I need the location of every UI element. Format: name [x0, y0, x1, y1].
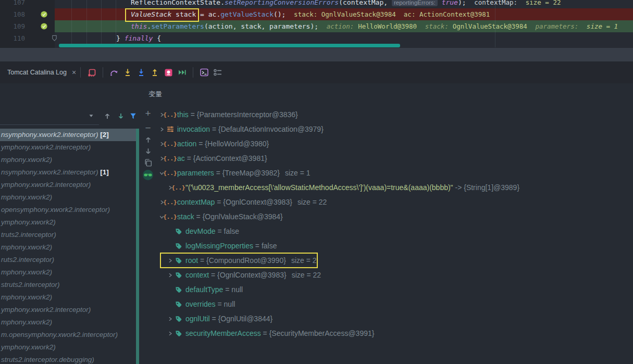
variable-value: {String[1]@3989} [464, 183, 519, 192]
stack-frame-row[interactable]: mphony.xwork2) [0, 266, 136, 279]
stack-frame-row[interactable]: ymphony.xwork2.interceptor) [0, 179, 136, 191]
code-token: action: [327, 22, 354, 30]
variable-row-defaultType[interactable]: defaultType = null [166, 282, 243, 297]
stack-frame-row[interactable]: opensymphony.xwork2.interceptor) [0, 204, 136, 216]
line-number-109: 109 [7, 20, 25, 32]
variable-row-logMissingProperties[interactable]: logMissingProperties = false [166, 239, 277, 253]
breakpoint-verified-icon[interactable] [40, 22, 48, 32]
variable-row-ac[interactable]: {..}ac = {ActionContext@3981} [158, 151, 267, 166]
variable-row-map-key[interactable]: {..}"('\u0023_memberAccess[\'allowStatic… [166, 180, 519, 195]
frame-text: struts2.interceptor) [1, 281, 60, 288]
layout-settings-icon[interactable] [213, 68, 222, 77]
code-token: OgnlValueStack@3984 [453, 22, 527, 30]
variable-row-devMode[interactable]: devMode = false [166, 224, 239, 239]
object-braces-icon: {..} [163, 141, 177, 147]
tab-tomcat-catalina-log[interactable]: Tomcat Catalina Log [7, 69, 67, 76]
code-token: true [442, 0, 458, 6]
code-line-109: this.setParameters(action, stack, parame… [131, 20, 618, 32]
stack-frame-row[interactable]: nsymphony.xwork2.interceptor) [1] [0, 166, 136, 179]
code-token [527, 22, 536, 30]
show-execution-point-icon[interactable] [87, 68, 96, 77]
variable-row-action[interactable]: {..}action = {HelloWorld@3980} [158, 136, 269, 151]
object-braces-icon: {..} [163, 111, 177, 118]
progress-bar [59, 44, 400, 47]
chevron-right-icon[interactable] [166, 330, 173, 337]
stack-frame-row[interactable]: truts2.interceptor) [0, 229, 136, 241]
stack-frame-row[interactable]: nsymphony.xwork2.interceptor) [2] [0, 129, 136, 141]
stack-frame-row[interactable]: mphony.xwork2) [0, 316, 136, 329]
code-token: size = 1 [587, 22, 618, 30]
frame-text: m.opensymphony.xwork2.interceptor) [1, 331, 118, 338]
thread-dropdown-icon[interactable] [88, 112, 96, 120]
variable-value: {SecurityMemberAccess@3991} [269, 329, 375, 337]
step-out-icon[interactable] [150, 68, 159, 77]
force-step-into-icon[interactable] [136, 68, 146, 77]
frame-count-badge: [1] [100, 168, 109, 176]
frame-up-icon[interactable] [103, 112, 111, 120]
variable-row-stack[interactable]: {..}stack = {OgnlValueStack@3984} [158, 209, 283, 224]
code-token: size = 22 [526, 0, 561, 6]
stack-frame-row[interactable]: mphony.xwork2) [0, 191, 136, 204]
variable-value: false [262, 242, 277, 250]
code-token: (); [274, 10, 286, 18]
step-over-icon[interactable] [109, 68, 119, 77]
run-to-cursor-icon[interactable] [177, 68, 187, 77]
size-text: size = 22 [297, 198, 327, 206]
copy-value-icon[interactable] [142, 156, 154, 169]
close-icon[interactable]: × [72, 69, 76, 76]
variable-value: {OgnlContext@3983} [217, 271, 287, 279]
variable-row-context[interactable]: context = {OgnlContext@3983}size = 22 [166, 268, 321, 282]
variable-row-securityMemberAccess[interactable]: securityMemberAccess = {SecurityMemberAc… [166, 326, 374, 341]
stack-frame-row[interactable]: mphony.xwork2) [0, 154, 136, 166]
stack-frame-row[interactable]: mphony.xwork2) [0, 241, 136, 254]
code-token [417, 22, 425, 30]
frame-text: ymphony.xwork2) [1, 218, 56, 226]
remove-watch-button[interactable]: − [142, 122, 154, 134]
code-token [517, 0, 526, 6]
filter-icon[interactable] [129, 112, 138, 120]
tag-icon [175, 228, 182, 235]
equals-text: = [216, 227, 224, 235]
stack-frame-row[interactable]: m.opensymphony.xwork2.interceptor) [0, 329, 136, 341]
frames-scrollbar[interactable] [136, 129, 139, 364]
equals-text: = [210, 315, 218, 323]
variable-row-parameters[interactable]: {..}parameters = {TreeMap@3982}size = 1 [158, 166, 311, 180]
line-number-108: 108 [7, 8, 25, 20]
move-watch-down-icon[interactable] [142, 145, 154, 157]
fold-marker-icon[interactable] [51, 34, 58, 44]
variable-row-overrides[interactable]: overrides = null [166, 297, 235, 311]
breakpoint-verified-icon[interactable] [40, 10, 48, 20]
variable-row-this[interactable]: {..}this = {ParametersInterceptor@3836} [158, 107, 298, 122]
stack-frame-row[interactable]: struts2.interceptor.debugging) [0, 354, 136, 364]
tag-icon [175, 315, 182, 323]
view-breakpoints-icon[interactable] [164, 68, 173, 77]
frame-text: ruts2.interceptor) [1, 256, 54, 263]
variable-name: stack [177, 212, 194, 221]
frames-toolbar-divider [0, 124, 99, 125]
evaluate-glasses-icon[interactable] [142, 169, 154, 181]
chevron-right-icon[interactable] [166, 315, 173, 322]
code-token: (action, stack, parameters); [204, 22, 318, 30]
stack-frame-row[interactable]: mphony.xwork2) [0, 291, 136, 304]
chevron-right-icon[interactable] [158, 125, 165, 133]
add-watch-button[interactable]: + [142, 107, 154, 120]
stack-frame-row[interactable]: ruts2.interceptor) [0, 254, 136, 266]
variable-name: devMode [185, 227, 216, 235]
variable-row-invocation[interactable]: invocation = {DefaultActionInvocation@39… [158, 122, 324, 136]
debug-console-icon[interactable] [200, 68, 209, 77]
stack-frame-row[interactable]: ymphony.xwork2) [0, 341, 136, 354]
move-watch-up-icon[interactable] [142, 133, 154, 146]
variable-row-ognlUtil[interactable]: ognlUtil = {OgnlUtil@3844} [166, 311, 272, 326]
frame-text: nsymphony.xwork2.interceptor) [1, 131, 100, 139]
variable-value: {OgnlContext@3983} [223, 198, 292, 206]
stack-frame-row[interactable]: struts2.interceptor) [0, 279, 136, 291]
stack-frame-row[interactable]: ymphony.xwork2.interceptor) [0, 304, 136, 316]
frame-text: mphony.xwork2) [1, 193, 52, 201]
step-into-icon[interactable] [123, 68, 132, 77]
chevron-right-icon[interactable] [166, 271, 173, 279]
annotation-box-valuestack [125, 8, 199, 22]
variable-row-contextMap[interactable]: {..}contextMap = {OgnlContext@3983}size … [158, 195, 327, 209]
stack-frame-row[interactable]: ymphony.xwork2.interceptor) [0, 141, 136, 154]
frame-down-icon[interactable] [117, 112, 125, 120]
stack-frame-row[interactable]: ymphony.xwork2) [0, 216, 136, 229]
